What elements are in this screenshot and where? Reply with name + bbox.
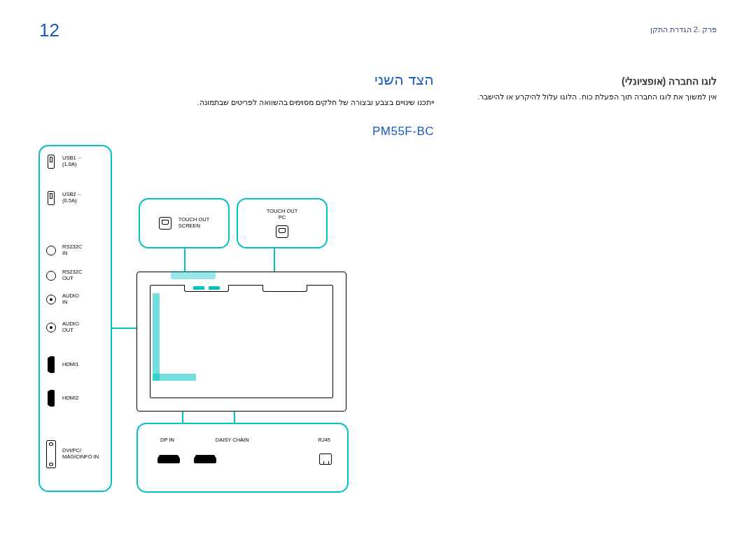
port-label: RS232C IN — [62, 244, 82, 256]
monitor-rear-diagram — [136, 272, 346, 412]
highlight-region — [171, 271, 216, 279]
dvi-icon — [46, 440, 56, 468]
port-label: USB1 ⎓ (1.0A) — [62, 155, 81, 167]
monitor-top-slot — [262, 285, 307, 292]
port-label: HDMI1 — [62, 362, 78, 368]
port-dvi: DVI/PC/ MAGICINFO IN — [40, 440, 111, 468]
touch-out-pc-label: TOUCH OUT PC — [267, 209, 298, 220]
port-label: AUDIO IN — [62, 293, 79, 305]
port-hdmi2: HDMI2 — [40, 390, 111, 407]
port-panel-vertical: USB1 ⎓ (1.0A) USB2 ⎓ (0.5A) RS232C IN RS… — [38, 145, 112, 492]
reverse-side-title: הצד השני — [374, 71, 434, 88]
touch-out-pc-box: TOUCH OUT PC — [237, 198, 328, 248]
port-label: DVI/PC/ MAGICINFO IN — [62, 448, 99, 460]
port-label: AUDIO OUT — [62, 321, 79, 333]
dp-icon — [194, 455, 216, 463]
logo-section-title: לוגו החברה (אופציונלי) — [622, 76, 717, 87]
highlight-region — [153, 293, 160, 381]
jack-icon — [46, 295, 56, 304]
port-usb1: USB1 ⎓ (1.0A) — [40, 155, 111, 169]
jack-icon — [46, 323, 56, 332]
touch-out-screen-label: TOUCH OUT SCREEN — [178, 217, 209, 229]
port-rs232c-out: RS232C OUT — [40, 269, 111, 281]
daisy-chain-label: DAISY CHAIN — [216, 437, 249, 443]
usb-b-icon — [276, 225, 288, 238]
leader-line — [274, 248, 275, 272]
chapter-label: פרק .2 הגדרת התקן — [650, 25, 717, 34]
reverse-side-desc: ייתכנו שינויים בצבע ובצורה של חלקים מסוי… — [197, 98, 434, 106]
dp-in-label: DP IN — [160, 437, 174, 443]
port-label: RS232C OUT — [62, 269, 82, 281]
monitor-inner-frame — [150, 285, 333, 398]
hdmi-icon — [48, 390, 55, 407]
jack-icon — [46, 246, 56, 255]
port-audio-in: AUDIO IN — [40, 293, 111, 305]
rj45-icon — [319, 454, 332, 465]
usb-icon — [48, 155, 55, 169]
bottom-port-box: DP IN DAISY CHAIN RJ45 — [136, 423, 349, 493]
hdmi-icon — [48, 356, 55, 373]
port-label: HDMI2 — [62, 395, 78, 402]
port-usb2: USB2 ⎓ (0.5A) — [40, 191, 111, 205]
port-hdmi1: HDMI1 — [40, 356, 111, 373]
port-rs232c-in: RS232C IN — [40, 244, 111, 256]
port-audio-out: AUDIO OUT — [40, 321, 111, 333]
usb-b-icon — [159, 217, 172, 230]
page-number: 12 — [39, 20, 59, 41]
port-label: USB2 ⎓ (0.5A) — [62, 192, 81, 204]
logo-section-desc: אין למשוך את לוגו החברה תוך הפעלת כוח. ה… — [477, 92, 717, 101]
jack-icon — [46, 271, 56, 281]
highlight-region — [153, 374, 196, 381]
model-number: PM55F-BC — [372, 125, 434, 139]
touch-out-screen-box: TOUCH OUT SCREEN — [139, 198, 230, 248]
rj45-label: RJ45 — [318, 437, 330, 443]
monitor-top-ports — [184, 285, 229, 292]
usb-icon — [48, 191, 55, 205]
leader-line — [184, 248, 186, 272]
dp-icon — [158, 455, 180, 463]
